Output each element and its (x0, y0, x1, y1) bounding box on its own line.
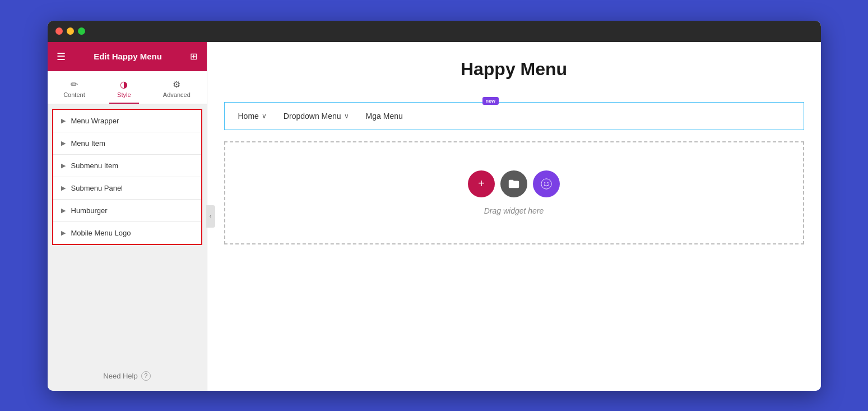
svg-point-1 (544, 182, 545, 183)
new-badge: new (482, 97, 499, 105)
panel-menu-item[interactable]: ▶ Menu Item (53, 132, 201, 155)
chevron-icon-humburger: ▶ (61, 207, 66, 214)
drag-text: Drag widget here (484, 206, 544, 215)
happy-widget-button[interactable] (533, 170, 560, 197)
traffic-light-yellow[interactable] (67, 27, 74, 35)
help-icon[interactable]: ? (141, 371, 151, 381)
tab-advanced[interactable]: ⚙ Advanced (155, 76, 198, 104)
tab-advanced-label: Advanced (163, 91, 191, 98)
main-inner: Happy Menu new Home ∨ Dropdown Menu ∨ Mg… (207, 42, 821, 391)
sidebar-wrapper: ☰ Edit Happy Menu ⊞ ✏ Content ◑ Style (48, 42, 207, 391)
chevron-icon-submenu-item: ▶ (61, 162, 66, 169)
menu-bar: new Home ∨ Dropdown Menu ∨ Mga Menu (224, 102, 804, 130)
panel-mobile-menu-logo[interactable]: ▶ Mobile Menu Logo (53, 222, 201, 244)
svg-point-0 (541, 178, 551, 188)
tab-content[interactable]: ✏ Content (55, 76, 93, 104)
sidebar-tabs: ✏ Content ◑ Style ⚙ Advanced (48, 71, 207, 104)
need-help[interactable]: Need Help ? (48, 361, 207, 391)
chevron-icon-submenu-panel: ▶ (61, 184, 66, 192)
main-content: Happy Menu new Home ∨ Dropdown Menu ∨ Mg… (207, 42, 821, 391)
panel-mobile-menu-logo-label: Mobile Menu Logo (71, 229, 131, 237)
traffic-light-green[interactable] (78, 27, 85, 35)
svg-point-2 (547, 182, 549, 183)
style-tab-icon: ◑ (120, 79, 128, 90)
sidebar: ☰ Edit Happy Menu ⊞ ✏ Content ◑ Style (48, 42, 207, 391)
chevron-down-dropdown: ∨ (344, 112, 349, 120)
chevron-icon-menu-wrapper: ▶ (61, 117, 66, 124)
menu-nav-mga[interactable]: Mga Menu (366, 112, 403, 121)
panel-menu-wrapper[interactable]: ▶ Menu Wrapper (53, 110, 201, 132)
chevron-icon-mobile-menu-logo: ▶ (61, 229, 66, 237)
page-title: Happy Menu (461, 59, 567, 80)
chevron-down-home: ∨ (262, 112, 267, 120)
menu-nav-home[interactable]: Home ∨ (238, 112, 267, 121)
panel-submenu-item-label: Submenu Item (71, 161, 119, 170)
tab-style[interactable]: ◑ Style (109, 76, 138, 104)
traffic-light-red[interactable] (55, 27, 63, 35)
advanced-tab-icon: ⚙ (173, 79, 180, 90)
menu-nav-dropdown[interactable]: Dropdown Menu ∨ (284, 112, 349, 121)
collapse-handle[interactable]: ‹ (206, 205, 215, 228)
grid-icon[interactable]: ⊞ (190, 51, 197, 62)
menu-nav-dropdown-label: Dropdown Menu (284, 112, 341, 121)
dropzone-buttons: + (468, 170, 560, 197)
panel-submenu-panel[interactable]: ▶ Submenu Panel (53, 177, 201, 200)
title-bar (48, 21, 821, 42)
sidebar-header: ☰ Edit Happy Menu ⊞ (48, 42, 207, 71)
content-tab-icon: ✏ (71, 79, 78, 90)
panel-humburger[interactable]: ▶ Humburger (53, 200, 201, 222)
tab-content-label: Content (63, 91, 85, 98)
widget-dropzone: + (224, 141, 804, 244)
sidebar-title: Edit Happy Menu (94, 52, 162, 61)
chevron-icon-menu-item: ▶ (61, 140, 66, 147)
panel-menu-wrapper-label: Menu Wrapper (71, 117, 119, 125)
hamburger-icon[interactable]: ☰ (57, 50, 66, 63)
add-widget-button[interactable]: + (468, 170, 495, 197)
panel-menu-item-label: Menu Item (71, 139, 105, 147)
sidebar-panels: ▶ Menu Wrapper ▶ Menu Item ▶ Submenu Ite… (52, 109, 202, 245)
tab-style-label: Style (117, 91, 131, 98)
menu-nav-home-label: Home (238, 112, 259, 121)
app-content: ☰ Edit Happy Menu ⊞ ✏ Content ◑ Style (48, 42, 821, 391)
need-help-text: Need Help (103, 372, 137, 380)
panel-submenu-item[interactable]: ▶ Submenu Item (53, 155, 201, 177)
menu-nav-mga-label: Mga Menu (366, 112, 403, 121)
folder-widget-button[interactable] (500, 170, 527, 197)
panel-humburger-label: Humburger (71, 206, 108, 215)
panel-submenu-panel-label: Submenu Panel (71, 184, 123, 192)
traffic-lights (55, 27, 85, 35)
